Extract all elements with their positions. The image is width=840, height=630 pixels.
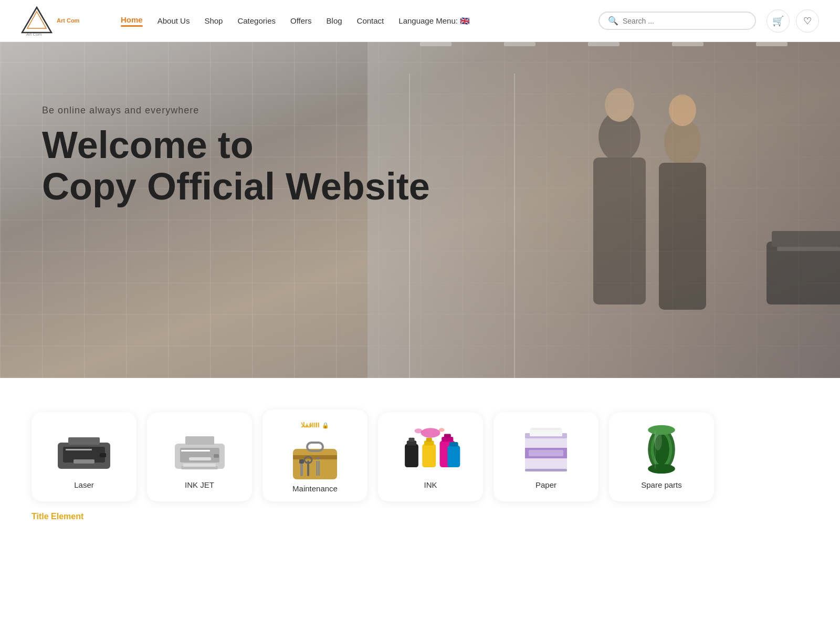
header-icons: 🛒 ♡ xyxy=(766,9,819,33)
svg-rect-38 xyxy=(299,459,304,464)
nav-language[interactable]: Language Menu: 🇬🇧 xyxy=(398,16,470,26)
svg-rect-28 xyxy=(185,436,214,445)
svg-rect-49 xyxy=(408,438,414,442)
inkjet-image xyxy=(168,423,231,475)
svg-rect-37 xyxy=(300,461,303,476)
hero-content: Be online always and everywhere Welcome … xyxy=(0,42,840,270)
svg-rect-52 xyxy=(426,438,432,442)
svg-rect-47 xyxy=(405,444,418,467)
svg-rect-34 xyxy=(293,449,337,479)
search-input[interactable] xyxy=(623,17,747,25)
svg-rect-63 xyxy=(531,428,561,430)
nav-home[interactable]: Home xyxy=(121,15,143,27)
cat-card-laser[interactable]: Laser xyxy=(32,412,136,501)
cat-label-spare: Spare parts xyxy=(641,480,682,489)
svg-point-46 xyxy=(439,428,445,432)
cat-label-maintenance: Maintenance xyxy=(292,484,338,493)
title-element: Title Element xyxy=(32,512,808,521)
svg-rect-22 xyxy=(68,437,100,445)
logo-text: Art Com xyxy=(57,17,79,24)
inkjet-printer-icon xyxy=(171,427,228,471)
search-area: 🔍 xyxy=(598,12,756,30)
nav-offers[interactable]: Offers xyxy=(290,16,312,25)
cat-card-ink[interactable]: INK xyxy=(378,412,483,501)
cat-card-maintenance[interactable]: قفلاIIII 🔒 xyxy=(262,410,368,501)
categories-grid: Laser INK JET قف xyxy=(32,410,808,501)
cat-card-inkjet[interactable]: INK JET xyxy=(147,412,252,501)
cat-label-ink: INK xyxy=(424,480,437,489)
svg-rect-55 xyxy=(444,434,451,437)
svg-text:Art Com: Art Com xyxy=(26,32,42,37)
cat-label-inkjet: INK JET xyxy=(185,480,214,489)
nav-about[interactable]: About Us xyxy=(158,16,190,25)
hero-section: Be online always and everywhere Welcome … xyxy=(0,42,840,378)
spare-image xyxy=(630,423,693,475)
cat-label-paper: Paper xyxy=(536,480,556,489)
search-icon: 🔍 xyxy=(608,16,618,26)
hero-subtitle: Be online always and everywhere xyxy=(42,105,798,116)
categories-section: Laser INK JET قف xyxy=(0,378,840,542)
svg-rect-33 xyxy=(183,464,216,467)
svg-rect-31 xyxy=(214,454,219,458)
nav-categories[interactable]: Categories xyxy=(237,16,276,25)
toolbox-icon xyxy=(289,428,341,483)
nav-blog[interactable]: Blog xyxy=(327,16,342,25)
svg-point-70 xyxy=(648,464,675,473)
svg-point-44 xyxy=(421,428,440,437)
svg-rect-41 xyxy=(316,461,318,476)
svg-rect-42 xyxy=(318,461,320,476)
svg-rect-25 xyxy=(100,453,106,457)
svg-rect-35 xyxy=(293,455,337,459)
cat-label-laser: Laser xyxy=(74,480,94,489)
cat-card-paper[interactable]: Paper xyxy=(494,412,598,501)
svg-rect-64 xyxy=(525,469,567,471)
maintenance-image xyxy=(284,432,346,479)
roll-icon xyxy=(630,424,693,474)
paper-image xyxy=(514,423,578,475)
main-nav: Home About Us Shop Categories Offers Blo… xyxy=(121,15,588,27)
svg-rect-57 xyxy=(449,442,458,446)
logo-icon: Art Com xyxy=(21,5,52,37)
cart-button[interactable]: 🛒 xyxy=(766,9,790,33)
svg-rect-29 xyxy=(189,457,211,460)
svg-rect-62 xyxy=(530,429,562,436)
wishlist-icon: ♡ xyxy=(803,15,812,27)
paper-box-icon xyxy=(517,423,575,475)
logo[interactable]: Art Com Art Com xyxy=(21,5,105,37)
ink-bottles-icon xyxy=(399,425,462,472)
laser-image xyxy=(52,423,116,475)
svg-rect-24 xyxy=(66,449,92,450)
wishlist-button[interactable]: ♡ xyxy=(796,9,819,33)
svg-rect-61 xyxy=(529,450,563,456)
nav-shop[interactable]: Shop xyxy=(204,16,223,25)
svg-rect-50 xyxy=(422,444,436,467)
cat-card-spare[interactable]: Spare parts xyxy=(609,412,714,501)
nav-contact[interactable]: Contact xyxy=(357,16,384,25)
cart-icon: 🛒 xyxy=(772,15,784,27)
main-header: Art Com Art Com Home About Us Shop Categ… xyxy=(0,0,840,42)
svg-point-69 xyxy=(648,425,675,434)
laser-printer-icon xyxy=(55,427,113,471)
svg-rect-56 xyxy=(447,446,460,468)
svg-rect-23 xyxy=(74,459,94,464)
hero-title: Welcome to Copy Official Website xyxy=(42,124,798,207)
svg-point-45 xyxy=(415,428,423,433)
svg-rect-30 xyxy=(181,450,210,452)
ink-image xyxy=(399,423,462,475)
